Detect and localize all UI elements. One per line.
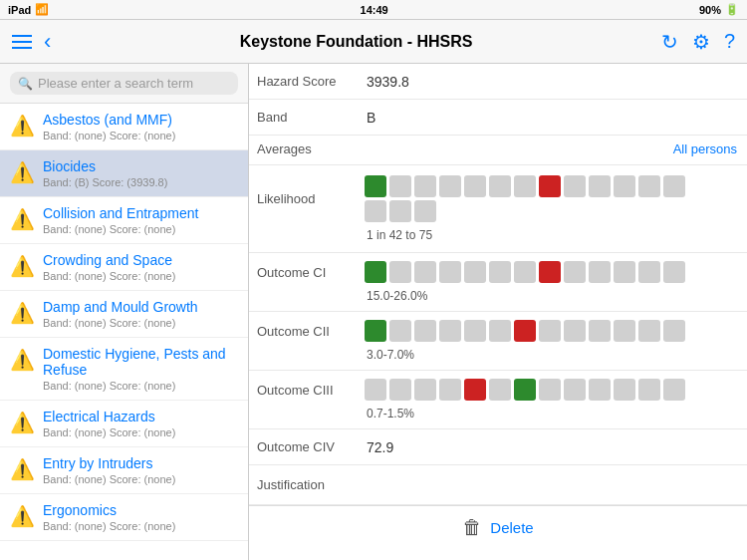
search-icon: 🔍 [18, 77, 33, 91]
grid-cell-4 [464, 261, 486, 283]
sidebar-item-name-5: Domestic Hygiene, Pests and Refuse [43, 346, 238, 378]
grid-cell-17 [464, 200, 486, 222]
back-button[interactable]: ‹ [44, 29, 51, 55]
outcome-cii-grid-row1 [365, 320, 685, 342]
hazard-score-row: Hazard Score 3939.8 [249, 64, 747, 100]
grid-cell-0 [365, 379, 386, 401]
band-row: Band B [249, 100, 747, 136]
sidebar-item-sub-8: Band: (none) Score: (none) [43, 520, 175, 532]
outcome-ciii-grid-row1 [365, 379, 685, 401]
grid-cell-3 [439, 261, 461, 283]
outcome-ci-grid [359, 257, 747, 287]
grid-cell-1 [389, 379, 411, 401]
sidebar-item-name-7: Entry by Intruders [43, 455, 175, 471]
grid-cell-16 [439, 200, 461, 222]
grid-cell-11 [638, 175, 660, 197]
menu-button[interactable] [12, 35, 32, 49]
wifi-icon: 📶 [35, 3, 49, 16]
sidebar-item-2[interactable]: ⚠️ Collision and Entrapment Band: (none)… [0, 197, 248, 244]
warning-icon: ⚠️ [10, 411, 35, 434]
warning-icon: ⚠️ [10, 160, 35, 184]
grid-cell-5 [489, 379, 511, 401]
grid-cell-2 [414, 261, 436, 283]
delete-bar[interactable]: 🗑 Delete [249, 505, 747, 549]
grid-cell-3 [439, 175, 461, 197]
outcome-ci-section: Outcome CI 15.0-26.0% [249, 253, 747, 312]
grid-cell-10 [614, 175, 635, 197]
sidebar-item-name-0: Asbestos (and MMF) [43, 112, 175, 128]
sidebar-item-sub-4: Band: (none) Score: (none) [43, 317, 198, 329]
averages-label: Averages [249, 136, 359, 162]
warning-icon: ⚠️ [10, 114, 35, 138]
battery-icon: 🔋 [725, 3, 739, 16]
sidebar-item-6[interactable]: ⚠️ Electrical Hazards Band: (none) Score… [0, 401, 248, 447]
search-input[interactable]: Please enter a search term [38, 76, 193, 91]
search-bar: 🔍 Please enter a search term [0, 64, 248, 104]
sidebar-item-3[interactable]: ⚠️ Crowding and Space Band: (none) Score… [0, 244, 248, 291]
grid-cell-12 [663, 261, 685, 283]
outcome-civ-row: Outcome CIV 72.9 [249, 429, 747, 465]
band-label: Band [249, 104, 359, 131]
grid-cell-13 [365, 200, 386, 222]
grid-cell-1 [389, 320, 411, 342]
sidebar-item-8[interactable]: ⚠️ Ergonomics Band: (none) Score: (none) [0, 494, 248, 541]
refresh-button[interactable]: ↻ [661, 30, 678, 54]
grid-cell-5 [489, 175, 511, 197]
grid-cell-19 [514, 200, 536, 222]
sidebar-item-7[interactable]: ⚠️ Entry by Intruders Band: (none) Score… [0, 447, 248, 494]
grid-cell-0 [365, 261, 386, 283]
grid-cell-11 [638, 261, 660, 283]
grid-cell-2 [414, 175, 436, 197]
outcome-cii-label: Outcome CII [249, 320, 359, 343]
grid-cell-1 [389, 175, 411, 197]
ipad-label: iPad [8, 4, 31, 16]
battery-label: 90% [699, 4, 721, 16]
help-button[interactable]: ? [724, 30, 735, 53]
outcome-ci-label: Outcome CI [249, 261, 359, 284]
sidebar-item-sub-7: Band: (none) Score: (none) [43, 473, 175, 485]
warning-icon: ⚠️ [10, 457, 35, 481]
search-input-wrap[interactable]: 🔍 Please enter a search term [10, 72, 238, 95]
sidebar-item-4[interactable]: ⚠️ Damp and Mould Growth Band: (none) Sc… [0, 291, 248, 338]
grid-cell-1 [389, 261, 411, 283]
sidebar-item-5[interactable]: ⚠️ Domestic Hygiene, Pests and Refuse Ba… [0, 338, 248, 401]
grid-cell-9 [589, 175, 611, 197]
sidebar-item-sub-1: Band: (B) Score: (3939.8) [43, 176, 167, 188]
justification-value[interactable] [359, 479, 747, 491]
nav-title: Keystone Foundation - HHSRS [51, 33, 661, 51]
sidebar-item-sub-3: Band: (none) Score: (none) [43, 270, 175, 282]
sidebar-item-name-6: Electrical Hazards [43, 409, 175, 424]
likelihood-grid-row1 [365, 175, 685, 197]
sidebar-item-1[interactable]: ⚠️ Biocides Band: (B) Score: (3939.8) [0, 150, 248, 197]
nav-right: ↻ ⚙ ? [661, 30, 735, 54]
status-time: 14:49 [361, 4, 388, 16]
nav-left: ‹ [12, 29, 51, 55]
grid-cell-4 [464, 320, 486, 342]
grid-cell-4 [464, 175, 486, 197]
status-right: 90% 🔋 [699, 3, 739, 16]
hazard-score-value: 3939.8 [359, 68, 747, 96]
outcome-cii-section: Outcome CII 3.0-7.0% [249, 312, 747, 371]
averages-link[interactable]: All persons [359, 136, 747, 162]
settings-button[interactable]: ⚙ [692, 30, 710, 54]
warning-icon: ⚠️ [10, 301, 35, 325]
justification-label: Justification [249, 471, 359, 498]
grid-cell-3 [439, 379, 461, 401]
nav-bar: ‹ Keystone Foundation - HHSRS ↻ ⚙ ? [0, 20, 747, 64]
sidebar-item-sub-0: Band: (none) Score: (none) [43, 130, 175, 141]
grid-cell-6 [514, 175, 536, 197]
warning-icon: ⚠️ [10, 504, 35, 528]
grid-cell-8 [564, 261, 586, 283]
outcome-civ-label: Outcome CIV [249, 433, 359, 460]
outcome-ciii-label: Outcome CIII [249, 379, 359, 402]
grid-cell-22 [589, 200, 611, 222]
grid-cell-8 [564, 379, 586, 401]
outcome-civ-value: 72.9 [359, 433, 747, 461]
sidebar-item-0[interactable]: ⚠️ Asbestos (and MMF) Band: (none) Score… [0, 104, 248, 150]
sidebar-item-sub-2: Band: (none) Score: (none) [43, 223, 198, 235]
grid-cell-10 [614, 261, 635, 283]
delete-button[interactable]: Delete [490, 519, 533, 536]
outcome-ci-grid-row1 [365, 261, 685, 283]
outcome-ciii-section: Outcome CIII 0.7-1.5% [249, 371, 747, 429]
grid-cell-7 [539, 379, 561, 401]
